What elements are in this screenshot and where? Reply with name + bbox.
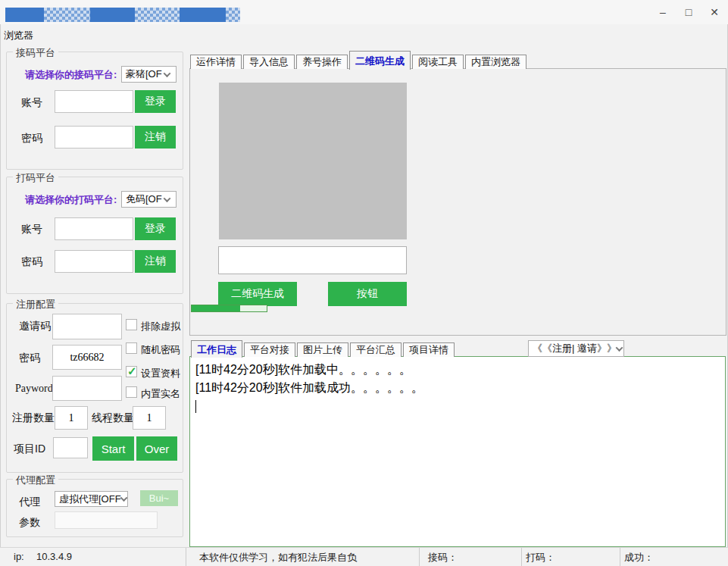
param-label: 参数 <box>19 516 40 530</box>
payword-input[interactable] <box>52 376 122 401</box>
sms-password-label: 密码 <box>21 132 42 145</box>
qr-image-placeholder <box>219 83 407 239</box>
title-redaction-block <box>90 8 135 22</box>
mode-select-value: 《《注册| 邀请》》 <box>533 342 617 355</box>
build-button[interactable]: Bui~ <box>140 490 178 506</box>
maximize-button[interactable]: □ <box>676 0 701 24</box>
title-redaction-block <box>44 8 90 22</box>
sms-platform-select-value: 豪猪[OF <box>126 67 162 81</box>
tab-work-log[interactable]: 工作日志 <box>191 340 242 358</box>
tab-platform-summary[interactable]: 平台汇总 <box>350 342 401 357</box>
tab-platform-connect[interactable]: 平台对接 <box>244 342 295 357</box>
register-count-input[interactable] <box>55 406 88 430</box>
sms-account-input[interactable] <box>55 90 133 113</box>
invite-code-input[interactable] <box>52 314 122 339</box>
captcha-password-label: 密码 <box>21 255 42 269</box>
close-button[interactable]: ✕ <box>701 0 727 24</box>
statusbar-divider <box>521 548 522 566</box>
receive-count-label: 接码： <box>428 551 458 564</box>
captcha-password-input[interactable] <box>55 250 133 273</box>
title-redaction-block <box>135 8 180 22</box>
statusbar-divider <box>620 548 620 566</box>
random-password-label: 随机密码 <box>141 343 180 357</box>
success-count-label: 成功： <box>624 551 654 564</box>
proxy-select[interactable]: 虚拟代理[OFF <box>55 491 128 507</box>
over-button[interactable]: Over <box>136 436 177 461</box>
minimize-icon: – <box>660 6 666 18</box>
chevron-down-icon <box>164 195 171 202</box>
ip-value: 10.3.4.9 <box>36 551 72 562</box>
tab-image-upload[interactable]: 图片上传 <box>297 342 348 357</box>
ip-label: ip: <box>14 551 24 562</box>
set-profile-checkbox[interactable] <box>126 366 137 377</box>
sms-platform-select-label: 请选择你的接码平台: <box>25 68 117 82</box>
log-textarea[interactable]: [11时42分20秒]软件加载中。。。。。。 [11时42分20秒]软件加载成功… <box>189 356 726 547</box>
payword-label: Payword <box>15 383 53 395</box>
tab-builtin-browser[interactable]: 内置浏览器 <box>465 55 526 69</box>
param-input[interactable] <box>55 511 158 529</box>
text-caret <box>195 400 196 413</box>
statusbar-divider <box>186 548 186 566</box>
set-profile-label: 设置资料 <box>141 367 180 380</box>
qr-text-input[interactable] <box>218 246 407 274</box>
builtin-realname-checkbox[interactable] <box>126 386 137 398</box>
qr-generate-button[interactable]: 二维码生成 <box>218 282 297 306</box>
status-bar: ip: 10.3.4.9 本软件仅供学习，如有犯法后果自负 接码： 打码： 成功… <box>0 547 728 566</box>
thread-count-input[interactable] <box>133 406 166 430</box>
sms-platform-group-title: 接码平台 <box>13 46 58 60</box>
project-id-label: 项目ID <box>14 442 45 456</box>
log-tab-strip: 工作日志 平台对接 图片上传 平台汇总 项目详情 <box>191 339 456 357</box>
proxy-config-group-title: 代理配置 <box>13 474 58 487</box>
sms-account-label: 账号 <box>21 96 42 110</box>
captcha-platform-group-title: 打码平台 <box>13 171 58 185</box>
tab-qrcode-generate[interactable]: 二维码生成 <box>349 51 411 70</box>
start-button[interactable]: Start <box>92 436 134 461</box>
log-line: [11时42分20秒]软件加载成功。。。。。。 <box>195 379 720 397</box>
exclude-virtual-checkbox[interactable] <box>126 319 137 330</box>
mode-select[interactable]: 《《注册| 邀请》》 <box>528 340 624 357</box>
captcha-login-button[interactable]: 登录 <box>135 217 176 240</box>
close-icon: ✕ <box>710 6 719 18</box>
captcha-platform-select[interactable]: 免码[OF <box>121 191 177 208</box>
captcha-account-label: 账号 <box>21 223 42 236</box>
tab-run-details[interactable]: 运作详情 <box>190 55 242 69</box>
title-bar: – □ ✕ <box>0 0 728 24</box>
sms-logout-button[interactable]: 注销 <box>135 126 176 149</box>
captcha-account-input[interactable] <box>55 217 133 240</box>
register-config-group-title: 注册配置 <box>13 298 58 311</box>
builtin-realname-label: 内置实名 <box>141 387 180 401</box>
captcha-logout-button[interactable]: 注销 <box>135 250 176 273</box>
invite-code-label: 邀请码 <box>19 320 51 333</box>
app-window: – □ ✕ 浏览器 接码平台 请选择你的接码平台: 豪猪[OF 账号 登录 密码… <box>0 0 728 566</box>
title-redaction-block <box>226 8 240 22</box>
tab-reading-tool[interactable]: 阅读工具 <box>412 55 464 69</box>
log-caret-line <box>195 397 720 415</box>
minimize-button[interactable]: – <box>650 0 676 24</box>
random-password-checkbox[interactable] <box>126 342 137 354</box>
chevron-down-icon <box>164 70 171 77</box>
disclaimer-text: 本软件仅供学习，如有犯法后果自负 <box>199 551 357 564</box>
register-password-label: 密码 <box>19 352 40 365</box>
proxy-label: 代理 <box>19 496 40 509</box>
main-tab-strip: 运作详情 导入信息 养号操作 二维码生成 阅读工具 内置浏览器 <box>190 50 528 69</box>
register-count-label: 注册数量 <box>12 411 55 425</box>
title-redaction-block <box>5 8 44 22</box>
progress-bar <box>191 305 267 312</box>
project-id-input[interactable] <box>53 437 88 458</box>
maximize-icon: □ <box>686 6 692 18</box>
tab-project-details[interactable]: 项目详情 <box>403 342 455 357</box>
browser-label: 浏览器 <box>4 29 33 42</box>
thread-count-label: 线程数量 <box>92 411 134 425</box>
exclude-virtual-label: 排除虚拟 <box>141 320 180 333</box>
secondary-button[interactable]: 按钮 <box>328 282 407 306</box>
progress-bar-fill <box>192 305 240 311</box>
sms-password-input[interactable] <box>55 126 133 149</box>
register-password-input[interactable] <box>52 345 122 370</box>
chevron-down-icon <box>616 344 623 352</box>
sms-login-button[interactable]: 登录 <box>135 90 176 113</box>
tab-account-nurture[interactable]: 养号操作 <box>296 55 348 69</box>
captcha-platform-select-label: 请选择你的打码平台: <box>25 193 117 207</box>
sms-platform-select[interactable]: 豪猪[OF <box>121 66 177 83</box>
proxy-select-value: 虚拟代理[OFF <box>59 493 121 506</box>
tab-import-info[interactable]: 导入信息 <box>243 55 295 69</box>
